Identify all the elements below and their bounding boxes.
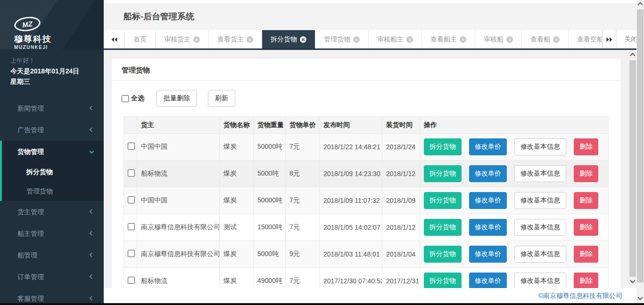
- cell-weight: 5000吨: [254, 161, 286, 187]
- content-scrollbar-thumb[interactable]: [629, 60, 636, 277]
- tab-close-icon[interactable]: ×: [300, 36, 306, 43]
- sidebar-item[interactable]: 船主管理: [2, 223, 104, 244]
- tab-close-icon[interactable]: ×: [406, 36, 413, 43]
- cell-price: 9元: [286, 241, 320, 268]
- column-header: 货主: [137, 117, 220, 134]
- row-checkbox[interactable]: [128, 223, 135, 230]
- row-checkbox[interactable]: [128, 196, 135, 203]
- edit-basic-info-button[interactable]: 修改基本信息: [514, 246, 566, 263]
- edit-price-button[interactable]: 修改单价: [469, 219, 507, 236]
- tab-close-icon[interactable]: ×: [247, 36, 253, 43]
- select-all-checkbox[interactable]: [122, 95, 129, 102]
- tab[interactable]: 审核船主×: [369, 30, 422, 48]
- delete-button[interactable]: 删除: [574, 246, 598, 263]
- split-cargo-button[interactable]: 拆分货物: [424, 219, 462, 236]
- tab-label: 查看船: [530, 35, 550, 44]
- row-checkbox-cell: [124, 134, 137, 161]
- cell-weight: 50000吨: [254, 134, 286, 161]
- greeting-block: 上午好！ 今天是2018年01月24日 星期三: [0, 49, 104, 87]
- tab-label: 查看船主: [430, 35, 457, 44]
- sidebar-item[interactable]: 广告管理: [2, 119, 104, 141]
- close-operations-dropdown[interactable]: 关闭操作: [616, 30, 636, 48]
- edit-price-button[interactable]: 修改单价: [469, 192, 507, 209]
- tab[interactable]: 管理货物×: [315, 30, 369, 48]
- chevron-left-icon: [90, 128, 94, 132]
- scroll-down-icon[interactable]: [630, 278, 635, 283]
- delete-button[interactable]: 删除: [574, 138, 598, 155]
- cell-name: 煤炭: [220, 161, 254, 187]
- refresh-button[interactable]: 刷新: [208, 90, 235, 107]
- sidebar-item[interactable]: 客服管理: [2, 288, 104, 305]
- cell-owner: 南京穆尊信息科技有限公司: [137, 214, 220, 241]
- tab[interactable]: 审核船×: [475, 30, 522, 48]
- tab[interactable]: 拆分货物×: [262, 30, 315, 48]
- tab[interactable]: 查看空船×: [569, 30, 603, 48]
- tab[interactable]: 查看货主×: [209, 30, 262, 48]
- edit-price-button[interactable]: 修改单价: [469, 138, 507, 155]
- split-cargo-button[interactable]: 拆分货物: [424, 138, 462, 155]
- tab[interactable]: 首页: [125, 30, 156, 48]
- sidebar-item[interactable]: 订单管理: [2, 266, 104, 288]
- manage-cargo-panel: 管理货物 全选 批量删除 刷新 货主货物名称货物重量货物单价发布时间装货时间操作…: [112, 59, 620, 288]
- tab[interactable]: 查看船×: [522, 30, 569, 48]
- cell-load: 2018/1/12: [382, 214, 420, 241]
- window-scroll-down-icon[interactable]: [637, 295, 643, 300]
- edit-price-button[interactable]: 修改单价: [469, 273, 507, 288]
- edit-price-button[interactable]: 修改单价: [469, 165, 507, 182]
- edit-basic-info-button[interactable]: 修改基本信息: [514, 138, 566, 155]
- edit-basic-info-button[interactable]: 修改基本信息: [514, 192, 566, 209]
- edit-basic-info-button[interactable]: 修改基本信息: [514, 273, 566, 288]
- tabs-scroll-left-button[interactable]: [104, 30, 125, 48]
- column-header: 货物重量: [254, 117, 286, 134]
- tab-close-icon[interactable]: ×: [460, 36, 466, 43]
- toolbar: 全选 批量删除 刷新: [112, 81, 620, 107]
- edit-basic-info-button[interactable]: 修改基本信息: [514, 219, 566, 236]
- delete-button[interactable]: 删除: [574, 165, 598, 182]
- table-row: 南京穆尊信息科技有限公司煤炭5000吨9元2018/1/03 11:48:012…: [124, 241, 609, 268]
- table-row: 南京穆尊信息科技有限公司测试15000吨7元2018/1/05 14:02:07…: [124, 214, 609, 241]
- sidebar-item[interactable]: 货物管理: [2, 141, 104, 162]
- window-scrollbar-thumb[interactable]: [637, 9, 644, 282]
- edit-basic-info-button[interactable]: 修改基本信息: [514, 165, 566, 182]
- edit-price-button[interactable]: 修改单价: [469, 246, 507, 263]
- tab-close-icon[interactable]: ×: [553, 36, 560, 43]
- window-scroll-up-icon[interactable]: [637, 2, 643, 7]
- row-checkbox-cell: [124, 214, 137, 241]
- window-scrollbar[interactable]: [636, 0, 644, 305]
- row-actions-cell: 拆分货物修改单价修改基本信息删除: [420, 187, 609, 214]
- tab-close-icon[interactable]: ×: [353, 36, 360, 43]
- tabs-scroll-right-button[interactable]: [603, 30, 616, 48]
- batch-delete-button[interactable]: 批量删除: [157, 90, 197, 107]
- sidebar-item[interactable]: 新闻管理: [2, 97, 104, 119]
- delete-button[interactable]: 删除: [574, 192, 598, 209]
- split-cargo-button[interactable]: 拆分货物: [424, 165, 462, 182]
- tab-close-icon[interactable]: ×: [193, 36, 200, 43]
- row-checkbox[interactable]: [128, 250, 135, 257]
- tab-label: 审核船主: [377, 35, 404, 44]
- tab-label: 首页: [133, 35, 147, 44]
- sidebar-item[interactable]: 货主管理: [2, 201, 104, 223]
- chevron-left-icon: [90, 106, 94, 111]
- sidebar-subitem[interactable]: 拆分货物: [2, 162, 104, 182]
- scroll-up-icon[interactable]: [630, 53, 635, 58]
- sidebar-group: 广告管理: [0, 119, 104, 141]
- split-cargo-button[interactable]: 拆分货物: [424, 273, 462, 288]
- table-row: 船标物流煤炭49000吨7元2017/12/30 07:40:522017/12…: [124, 268, 609, 289]
- content-scrollbar[interactable]: [629, 50, 636, 288]
- close-operations-label: 关闭操作: [624, 35, 636, 44]
- sidebar-subitem[interactable]: 管理货物: [2, 182, 104, 201]
- split-cargo-button[interactable]: 拆分货物: [424, 246, 462, 263]
- cell-name: 测试: [220, 214, 254, 241]
- sidebar-item[interactable]: 船管理: [2, 244, 104, 266]
- select-all-label: 全选: [131, 94, 144, 103]
- tab[interactable]: 审核货主×: [156, 30, 209, 48]
- row-checkbox[interactable]: [128, 143, 135, 150]
- delete-button[interactable]: 删除: [574, 273, 598, 288]
- row-checkbox[interactable]: [128, 277, 135, 284]
- delete-button[interactable]: 删除: [574, 219, 598, 236]
- tab-close-icon[interactable]: ×: [506, 36, 513, 43]
- tab[interactable]: 查看船主×: [422, 30, 475, 48]
- split-cargo-button[interactable]: 拆分货物: [424, 192, 462, 209]
- row-actions-cell: 拆分货物修改单价修改基本信息删除: [420, 134, 609, 161]
- row-checkbox[interactable]: [128, 169, 135, 177]
